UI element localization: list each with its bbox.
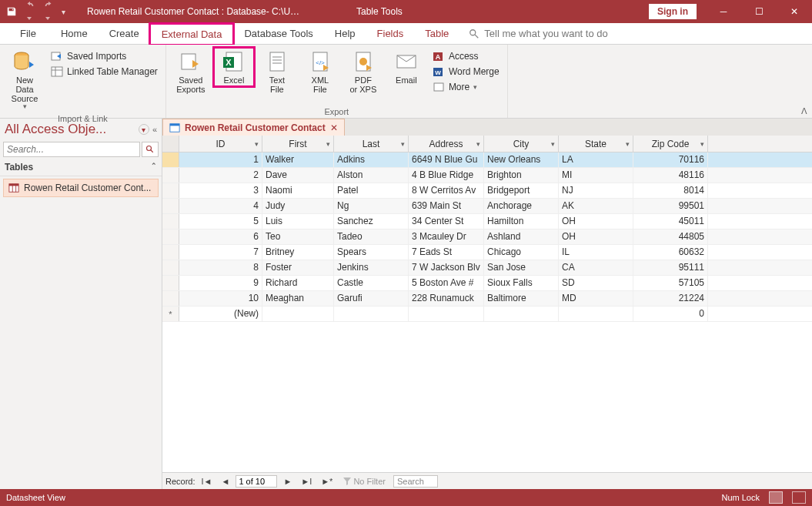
col-last[interactable]: Last▾	[334, 136, 409, 152]
table-row[interactable]: 6 Teo Tadeo 3 Mcauley Dr Ashland OH 4480…	[162, 230, 812, 245]
col-city[interactable]: City▾	[484, 136, 559, 152]
signin-button[interactable]: Sign in	[649, 4, 697, 19]
nav-collapse-icon[interactable]: «	[152, 125, 157, 134]
chevron-down-icon[interactable]: ▾	[476, 140, 480, 148]
minimize-button[interactable]: ─	[706, 0, 741, 23]
save-icon[interactable]	[6, 6, 17, 17]
tab-fields[interactable]: Fields	[366, 23, 415, 44]
tab-external-data[interactable]: External Data	[150, 24, 234, 45]
export-word-merge-button[interactable]: WWord Merge	[429, 65, 503, 79]
filter-indicator[interactable]: No Filter	[343, 477, 386, 486]
qat-customize-icon[interactable]: ▾	[62, 8, 65, 16]
saved-exports-label: Saved Exports	[176, 75, 205, 94]
svg-point-0	[470, 29, 476, 35]
svg-rect-28	[9, 184, 18, 186]
tab-help[interactable]: Help	[324, 23, 366, 44]
table-row[interactable]: 9 Richard Castle 5 Boston Ave # Sioux Fa…	[162, 276, 812, 291]
column-headers: ID▾ First▾ Last▾ Address▾ City▾ State▾ Z…	[162, 136, 812, 152]
maximize-button[interactable]: ☐	[741, 0, 777, 23]
nav-object-table[interactable]: Rowen Retail Customer Cont...	[3, 179, 159, 197]
tab-table[interactable]: Table	[414, 23, 459, 44]
new-record-button[interactable]: ►*	[318, 477, 336, 486]
chevron-down-icon[interactable]: ▾	[326, 140, 330, 148]
nav-title[interactable]: All Access Obje...	[5, 122, 139, 137]
nav-dropdown-icon[interactable]: ▾	[139, 124, 149, 135]
navigation-pane: All Access Obje... ▾ « Tables⌃ Rowen Ret…	[0, 119, 162, 489]
group-export-label: Export	[171, 106, 503, 116]
saved-imports-icon	[51, 50, 63, 62]
col-state[interactable]: State▾	[559, 136, 633, 152]
contextual-tab-label: Table Tools	[341, 6, 418, 17]
export-pdf-button[interactable]: PDF or XPS	[343, 48, 383, 96]
col-zip[interactable]: Zip Code▾	[633, 136, 708, 152]
word-merge-icon: W	[433, 65, 445, 78]
chevron-down-icon[interactable]: ▾	[401, 140, 405, 148]
new-data-source-label: New Data Source	[6, 75, 43, 103]
record-search-input[interactable]: Search	[393, 475, 438, 488]
linked-table-manager-button[interactable]: Linked Table Manager	[48, 65, 161, 79]
tab-create[interactable]: Create	[99, 23, 150, 44]
export-xml-button[interactable]: </>XML File	[300, 48, 340, 96]
table-row[interactable]: 4 Judy Ng 639 Main St Anchorage AK 99501	[162, 199, 812, 214]
group-import-link-label: Import & Link	[5, 112, 161, 123]
undo-icon[interactable]	[25, 1, 35, 22]
tab-database-tools[interactable]: Database Tools	[233, 23, 323, 44]
tab-file[interactable]: File	[6, 23, 50, 44]
saved-imports-button[interactable]: Saved Imports	[48, 49, 161, 63]
export-excel-label: Excel	[223, 75, 244, 85]
col-address[interactable]: Address▾	[409, 136, 484, 152]
tab-home[interactable]: Home	[50, 23, 99, 44]
chevron-down-icon[interactable]: ▾	[626, 140, 630, 148]
nav-group-label: Tables	[5, 162, 33, 173]
redo-icon[interactable]	[43, 1, 54, 22]
svg-point-25	[147, 146, 152, 151]
table-row[interactable]: 7 Britney Spears 7 Eads St Chicago IL 60…	[162, 245, 812, 260]
tell-me-search[interactable]: Tell me what you want to do	[469, 23, 607, 44]
close-button[interactable]: ✕	[777, 0, 812, 23]
datasheet-view-button[interactable]	[769, 491, 783, 504]
col-id[interactable]: ID▾	[179, 136, 262, 152]
chevron-down-icon[interactable]: ▾	[551, 140, 555, 148]
search-icon[interactable]	[142, 142, 159, 157]
close-tab-button[interactable]: ✕	[330, 122, 338, 133]
chevron-down-icon[interactable]: ▾	[700, 140, 704, 148]
next-record-button[interactable]: ►	[280, 477, 295, 486]
text-file-icon	[265, 49, 289, 74]
new-data-source-button[interactable]: New Data Source ▾	[5, 48, 45, 112]
new-row[interactable]: * (New) 0	[162, 307, 812, 322]
export-email-button[interactable]: Email	[386, 48, 426, 86]
table-icon	[169, 122, 180, 133]
select-all-cell[interactable]	[162, 136, 179, 152]
document-tab[interactable]: Rowen Retail Customer Contact ✕	[162, 119, 345, 136]
design-view-button[interactable]	[792, 491, 806, 504]
window-title: Rowen Retail Customer Contact : Database…	[65, 6, 304, 17]
database-import-icon	[12, 49, 37, 74]
pdf-icon	[351, 49, 376, 74]
table-row[interactable]: 1 Walker Adkins 6649 N Blue Gu New Orlea…	[162, 152, 812, 168]
table-row[interactable]: 10 Meaghan Garufi 228 Runamuck Baltimore…	[162, 291, 812, 307]
first-record-button[interactable]: I◄	[199, 477, 216, 486]
prev-record-button[interactable]: ◄	[218, 477, 232, 486]
saved-exports-button[interactable]: Saved Exports	[171, 48, 211, 96]
nav-search-input[interactable]	[3, 142, 140, 157]
table-row[interactable]: 8 Foster Jenkins 7 W Jackson Blv San Jos…	[162, 260, 812, 276]
chevron-down-icon[interactable]: ▾	[255, 140, 259, 148]
collapse-ribbon-button[interactable]: ᐱ	[801, 106, 807, 116]
table-row[interactable]: 2 Dave Alston 4 B Blue Ridge Brighton MI…	[162, 168, 812, 183]
col-first[interactable]: First▾	[262, 136, 334, 152]
svg-rect-24	[434, 83, 443, 91]
export-more-label: More	[449, 82, 469, 92]
email-icon	[394, 49, 419, 74]
export-access-button[interactable]: AAccess	[429, 49, 503, 63]
table-row[interactable]: 3 Naomi Patel 8 W Cerritos Av Bridgeport…	[162, 183, 812, 199]
last-record-button[interactable]: ►I	[298, 477, 315, 486]
table-row[interactable]: 5 Luis Sanchez 34 Center St Hamilton OH …	[162, 214, 812, 230]
tell-me-label: Tell me what you want to do	[484, 28, 607, 39]
record-position-input[interactable]	[236, 475, 277, 488]
export-more-button[interactable]: More ▾	[429, 80, 503, 94]
export-text-button[interactable]: Text File	[257, 48, 297, 96]
nav-group-tables[interactable]: Tables⌃	[0, 159, 162, 176]
export-excel-button[interactable]: XExcel	[214, 48, 254, 86]
datasheet[interactable]: ID▾ First▾ Last▾ Address▾ City▾ State▾ Z…	[162, 136, 812, 472]
svg-line-1	[475, 34, 478, 37]
